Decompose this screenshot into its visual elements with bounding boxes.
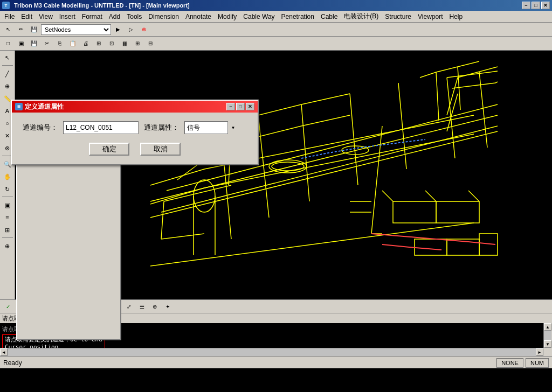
toolbar-t4[interactable]: ✂ — [41, 38, 53, 50]
status-none: NONE — [496, 358, 523, 368]
menu-tools[interactable]: Tools — [123, 12, 145, 22]
toolbar-stop[interactable]: ⊗ — [138, 24, 150, 36]
scroll-down-arrow[interactable]: ▼ — [544, 340, 551, 348]
scroll-right-arrow[interactable]: ► — [536, 348, 543, 356]
minimize-button[interactable]: − — [522, 2, 530, 9]
menu-penetration[interactable]: Penetration — [278, 12, 318, 22]
dialog-icon: ⊞ — [15, 103, 23, 110]
svg-rect-0 — [70, 51, 498, 299]
scroll-corner — [543, 348, 552, 356]
channel-attr-wrapper: 信号 ▼ — [184, 121, 238, 134]
vtool-box[interactable]: ▣ — [2, 199, 13, 211]
main-layout: ↖ ╱ ⊕ 📏 A ○ ✕ ⊗ 🔍 ✋ ↻ ▣ ≡ ⊞ ⊕ ⊞ Picture … — [0, 51, 552, 299]
status-bar: Ready NONE NUM — [0, 356, 552, 368]
channel-number-input[interactable] — [63, 121, 139, 134]
scroll-track-v — [544, 331, 551, 340]
menu-file[interactable]: File — [1, 12, 18, 22]
menu-insert[interactable]: Insert — [56, 12, 79, 22]
toolbar-t12[interactable]: ⊟ — [144, 38, 156, 50]
left-toolbar: ↖ ╱ ⊕ 📏 A ○ ✕ ⊗ 🔍 ✋ ↻ ▣ ≡ ⊞ ⊕ — [0, 51, 15, 299]
menu-annotate[interactable]: Annotate — [182, 12, 215, 22]
bottom-scrollbar: ◄ ► — [0, 348, 543, 356]
toolbar-t11[interactable]: ⊞ — [132, 38, 143, 50]
menu-modify[interactable]: Modify — [215, 12, 240, 22]
setnodes-combo[interactable]: SetNodes — [41, 24, 111, 35]
bottom-add[interactable]: ⊕ — [149, 300, 161, 312]
cancel-button[interactable]: 取消 — [140, 143, 181, 156]
vtool-pan[interactable]: ✋ — [2, 171, 13, 183]
toolbar-run2[interactable]: ▷ — [125, 24, 137, 36]
window-title: Tribon M3 Cable Modelling - UNTITLED - [… — [14, 2, 190, 9]
vtool-sep-4 — [2, 237, 13, 239]
toolbar-t6[interactable]: 📋 — [67, 38, 79, 50]
status-num: NUM — [526, 358, 549, 368]
toolbar-row-1: ↖ ✏ 💾 SetNodes ▶ ▷ ⊗ — [0, 23, 552, 37]
menu-bar: File Edit View Insert Format Add Tools D… — [0, 11, 552, 23]
toolbar-run1[interactable]: ▶ — [112, 24, 124, 36]
toolbar-t2[interactable]: ▣ — [15, 38, 27, 50]
bottom-fit[interactable]: ⤢ — [123, 300, 135, 312]
menu-view[interactable]: View — [36, 12, 56, 22]
close-button[interactable]: ✕ — [541, 2, 550, 9]
vtool-rotate[interactable]: ↻ — [2, 183, 13, 195]
dialog-content: 通道编号： 通道属性： 信号 ▼ 确定 取消 — [12, 113, 258, 164]
menu-cableway[interactable]: Cable Way — [240, 12, 278, 22]
menu-electric[interactable]: 电装设计(B) — [341, 11, 382, 22]
bottom-check[interactable]: ✓ — [2, 300, 14, 312]
scroll-up-arrow[interactable]: ▲ — [544, 323, 551, 331]
channel-attr-label: 通道属性： — [144, 123, 179, 132]
toolbar-pointer[interactable]: ↖ — [2, 24, 14, 36]
title-bar: T Tribon M3 Cable Modelling - UNTITLED -… — [0, 0, 552, 11]
toolbar-row-2: □ ▣ 💾 ✂ ⎘ 📋 🖨 ⊞ ⊡ ▦ ⊞ ⊟ — [0, 37, 552, 51]
vtool-view[interactable]: ⊞ — [2, 224, 13, 236]
channel-attr-select[interactable]: 信号 — [184, 121, 238, 134]
app-icon: T — [2, 2, 10, 9]
toolbar-t9[interactable]: ⊡ — [106, 38, 118, 50]
menu-dimension[interactable]: Dimension — [145, 12, 182, 22]
dialog-controls: − □ ✕ — [226, 103, 254, 110]
dialog-define-channel: ⊞ 定义通道属性 − □ ✕ 通道编号： 通道属性： 信号 ▼ — [11, 100, 259, 165]
toolbar-pencil[interactable]: ✏ — [15, 24, 27, 36]
menu-viewport[interactable]: Viewport — [415, 12, 446, 22]
dialog-buttons: 确定 取消 — [23, 143, 247, 156]
right-scrollbar: ▲ ▼ — [543, 323, 552, 348]
vtool-arrow[interactable]: ↖ — [2, 52, 13, 64]
dialog-close-button[interactable]: ✕ — [246, 103, 254, 110]
toolbar-floppy[interactable]: 💾 — [28, 24, 40, 36]
toolbar-t10[interactable]: ▦ — [119, 38, 130, 50]
menu-structure[interactable]: Structure — [382, 12, 415, 22]
toolbar-t1[interactable]: □ — [2, 38, 14, 50]
bottom-star[interactable]: ✦ — [162, 300, 174, 312]
window-controls: − □ ✕ — [522, 2, 550, 9]
vtool-layer[interactable]: ≡ — [2, 212, 13, 223]
toolbar-t3[interactable]: 💾 — [28, 38, 40, 50]
maximize-button[interactable]: □ — [532, 2, 540, 9]
vtool-sep-1 — [2, 65, 13, 66]
menu-help[interactable]: Help — [446, 12, 466, 22]
confirm-button[interactable]: 确定 — [89, 143, 129, 156]
vtool-line[interactable]: ╱ — [2, 68, 13, 80]
menu-add[interactable]: Add — [106, 12, 123, 22]
toolbar-t7[interactable]: 🖨 — [80, 38, 92, 50]
dialog-title-text: 定义通道属性 — [25, 102, 64, 111]
scroll-left-arrow[interactable]: ◄ — [0, 348, 8, 356]
vtool-sep-3 — [2, 197, 13, 198]
scroll-track-h — [8, 348, 536, 356]
bottom-list[interactable]: ☰ — [136, 300, 148, 312]
dialog-restore-button[interactable]: □ — [236, 103, 245, 110]
menu-format[interactable]: Format — [79, 12, 106, 22]
status-ready: Ready — [3, 359, 496, 367]
menu-cable[interactable]: Cable — [318, 12, 341, 22]
menu-edit[interactable]: Edit — [18, 12, 36, 22]
toolbar-t8[interactable]: ⊞ — [93, 38, 105, 50]
dialog-channel-row: 通道编号： 通道属性： 信号 ▼ — [23, 121, 247, 134]
vtool-snap[interactable]: ⊕ — [2, 80, 13, 92]
vtool-plus[interactable]: ⊕ — [2, 240, 13, 252]
dialog-title-bar: ⊞ 定义通道属性 − □ ✕ — [12, 101, 258, 113]
dialog-minimize-button[interactable]: − — [226, 103, 235, 110]
channel-number-label: 通道编号： — [23, 123, 58, 132]
toolbar-t5[interactable]: ⎘ — [54, 38, 66, 50]
